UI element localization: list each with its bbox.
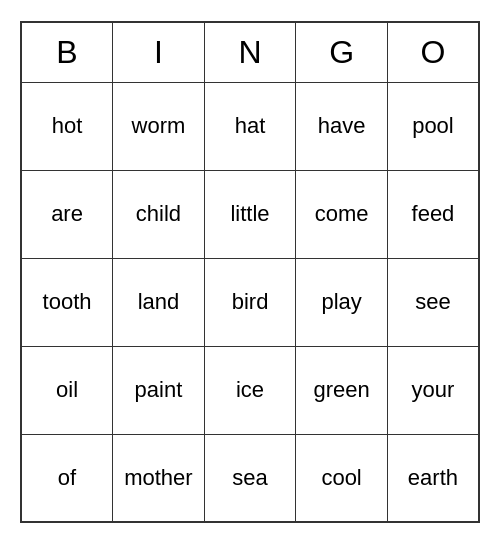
bingo-cell-0-4: pool: [387, 82, 479, 170]
bingo-cell-2-4: see: [387, 258, 479, 346]
bingo-row-0: hotwormhathavepool: [21, 82, 479, 170]
bingo-cell-3-2: ice: [204, 346, 295, 434]
header-col-b: B: [21, 22, 113, 82]
header-col-g: G: [296, 22, 388, 82]
bingo-cell-2-2: bird: [204, 258, 295, 346]
bingo-cell-0-3: have: [296, 82, 388, 170]
bingo-row-4: ofmotherseacoolearth: [21, 434, 479, 522]
bingo-cell-4-4: earth: [387, 434, 479, 522]
header-col-o: O: [387, 22, 479, 82]
bingo-row-3: oilpainticegreenyour: [21, 346, 479, 434]
bingo-cell-1-3: come: [296, 170, 388, 258]
bingo-cell-0-2: hat: [204, 82, 295, 170]
bingo-cell-1-4: feed: [387, 170, 479, 258]
bingo-cell-0-0: hot: [21, 82, 113, 170]
bingo-cell-4-0: of: [21, 434, 113, 522]
bingo-cell-0-1: worm: [113, 82, 205, 170]
bingo-card: BINGO hotwormhathavepoolarechildlittleco…: [20, 21, 480, 523]
bingo-cell-3-3: green: [296, 346, 388, 434]
bingo-cell-3-0: oil: [21, 346, 113, 434]
bingo-cell-1-2: little: [204, 170, 295, 258]
bingo-cell-2-3: play: [296, 258, 388, 346]
bingo-cell-4-2: sea: [204, 434, 295, 522]
bingo-cell-3-4: your: [387, 346, 479, 434]
bingo-cell-2-0: tooth: [21, 258, 113, 346]
header-col-n: N: [204, 22, 295, 82]
bingo-cell-4-3: cool: [296, 434, 388, 522]
bingo-cell-4-1: mother: [113, 434, 205, 522]
bingo-cell-1-1: child: [113, 170, 205, 258]
bingo-row-1: arechildlittlecomefeed: [21, 170, 479, 258]
bingo-body: hotwormhathavepoolarechildlittlecomefeed…: [21, 82, 479, 522]
header-col-i: I: [113, 22, 205, 82]
bingo-row-2: toothlandbirdplaysee: [21, 258, 479, 346]
bingo-cell-2-1: land: [113, 258, 205, 346]
bingo-cell-3-1: paint: [113, 346, 205, 434]
bingo-cell-1-0: are: [21, 170, 113, 258]
header-row: BINGO: [21, 22, 479, 82]
